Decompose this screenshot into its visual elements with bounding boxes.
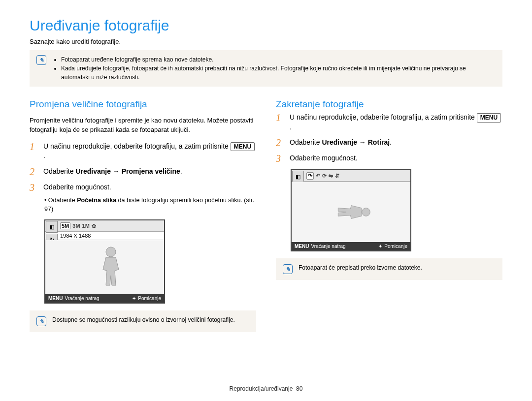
- person-silhouette-icon: [329, 200, 373, 224]
- step-1: 1 U načinu reprodukcije, odaberite fotog…: [30, 142, 256, 161]
- step-bold: Rotiraj: [368, 138, 390, 146]
- rotate-right-icon: ↷: [306, 172, 314, 180]
- step-arrow: →: [111, 167, 122, 175]
- size-toolbar: 5M 3M 1M ✿: [45, 220, 164, 232]
- page-subtitle: Saznajte kako urediti fotografije.: [30, 38, 502, 45]
- svg-point-1: [362, 208, 370, 216]
- preview-area: [292, 182, 410, 242]
- step-number: 2: [276, 138, 285, 148]
- step-arrow: →: [357, 138, 368, 146]
- flip-v-icon: ⇵: [335, 173, 339, 179]
- rotate-toolbar: ↷ ↶ ⟳ ⇋ ⇵: [292, 170, 410, 182]
- nav-icon: ✦: [378, 244, 382, 249]
- step-text: U načinu reprodukcije, odaberite fotogra…: [290, 113, 477, 121]
- status-bar: MENU Vraćanje natrag ✦ Pomicanje: [292, 242, 410, 250]
- aspect-icon: ◧: [292, 171, 304, 183]
- step-3: 3 Odaberite mogućnost.: [276, 154, 502, 163]
- svg-point-0: [106, 247, 116, 257]
- note-icon: ✎: [283, 264, 293, 274]
- step-text: .: [180, 167, 182, 175]
- step-text: Odaberite: [290, 138, 322, 146]
- section-title-resize: Promjena veličine fotografija: [30, 99, 256, 110]
- step-bold: Uređivanje: [322, 138, 357, 146]
- step-text: Odaberite mogućnost.: [290, 154, 358, 163]
- startup-image-icon: ✿: [92, 223, 96, 229]
- step-bold: Promjena veličine: [122, 167, 180, 175]
- footer-section: Reprodukcija/uređivanje: [230, 385, 293, 392]
- aspect-icon: ◧: [46, 221, 58, 233]
- rotate-180-icon: ⟳: [322, 173, 327, 179]
- size-option: 3M: [72, 223, 80, 229]
- status-bar: MENU Vraćanje natrag ✦ Pomicanje: [45, 294, 164, 303]
- footer-page-number: 80: [296, 385, 302, 392]
- back-label: Vraćanje natrag: [65, 296, 99, 301]
- step-number: 1: [276, 113, 285, 132]
- resolution-label: 1984 X 1488: [45, 232, 164, 240]
- page-title: Uređivanje fotografije: [30, 17, 502, 34]
- menu-button-label: MENU: [231, 142, 255, 152]
- step-1: 1 U načinu reprodukcije, odaberite fotog…: [276, 113, 502, 132]
- step-number: 3: [30, 183, 38, 192]
- step-2: 2 Odaberite Uređivanje → Promjena veliči…: [30, 167, 256, 177]
- note-item: Kada uređujete fotografije, fotoaparat ć…: [61, 64, 496, 82]
- note-icon: ✎: [36, 316, 46, 326]
- section-title-rotate: Zakretanje fotografije: [276, 99, 502, 110]
- note-box-resize: ✎ Dostupne se mogućnosti razlikuju ovisn…: [30, 310, 256, 332]
- step-text: .: [290, 123, 292, 131]
- step-text: Odaberite: [43, 167, 75, 175]
- note-text: Fotoaparat će prepisati preko izvorne da…: [299, 264, 422, 271]
- person-silhouette-icon: [96, 245, 126, 294]
- note-box-top: ✎ Fotoaparat uređene fotografije sprema …: [30, 50, 502, 87]
- step-text: U načinu reprodukcije, odaberite fotogra…: [43, 142, 231, 150]
- step-text: .: [43, 152, 45, 159]
- step-bold: Uređivanje: [75, 167, 111, 175]
- note-box-rotate: ✎ Fotoaparat će prepisati preko izvorne …: [276, 258, 502, 280]
- size-option: 1M: [82, 223, 90, 229]
- move-label: Pomicanje: [384, 244, 407, 249]
- note-list: Fotoaparat uređene fotografije sprema ka…: [52, 55, 496, 82]
- note-text: Dostupne se mogućnosti razlikuju ovisno …: [52, 316, 235, 323]
- step-number: 1: [30, 142, 38, 161]
- camera-screen-resize: ◧ ↻ ☼ ▦ 5M 3M 1M ✿ 1984 X 1488 MENU Vrać…: [44, 219, 165, 304]
- sub-text: Odaberite: [48, 197, 77, 204]
- menu-label: MENU: [48, 296, 63, 301]
- move-label: Pomicanje: [138, 296, 161, 301]
- step-2: 2 Odaberite Uređivanje → Rotiraj.: [276, 138, 502, 148]
- menu-label: MENU: [295, 244, 309, 249]
- section-rotate: Zakretanje fotografije 1 U načinu reprod…: [276, 99, 502, 344]
- nav-icon: ✦: [132, 296, 136, 301]
- rotate-left-icon: ↶: [316, 173, 320, 179]
- size-option-selected: 5M: [60, 222, 70, 229]
- step-3: 3 Odaberite mogućnost.: [30, 183, 256, 192]
- sub-bold: Početna slika: [77, 197, 116, 204]
- step-number: 3: [276, 154, 285, 163]
- step-sub-bullet: Odaberite Početna slika da biste fotogra…: [30, 196, 256, 214]
- step-text: Odaberite mogućnost.: [43, 183, 111, 192]
- note-item: Fotoaparat uređene fotografije sprema ka…: [61, 55, 496, 64]
- camera-screen-rotate: ◧ ↻ ☼ ▦ ↷ ↶ ⟳ ⇋ ⇵ Desno za 90° MENU Vrać…: [291, 169, 411, 251]
- note-icon: ✎: [36, 55, 46, 65]
- step-text: .: [390, 138, 392, 146]
- page-footer: Reprodukcija/uređivanje 80: [0, 385, 532, 392]
- flip-h-icon: ⇋: [329, 173, 333, 179]
- step-number: 2: [30, 167, 38, 177]
- section-resize: Promjena veličine fotografija Promjenite…: [30, 99, 256, 344]
- menu-button-label: MENU: [477, 113, 501, 123]
- preview-area: [45, 240, 164, 294]
- section-intro: Promjenite veličinu fotografije i spremi…: [30, 116, 256, 135]
- back-label: Vraćanje natrag: [311, 244, 345, 249]
